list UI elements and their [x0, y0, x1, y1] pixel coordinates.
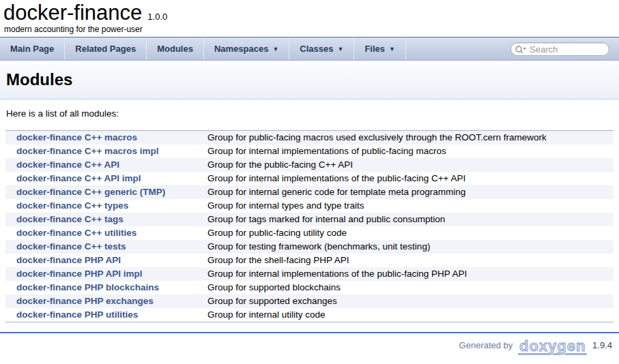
- module-description: Group for internal implementations of th…: [203, 172, 614, 185]
- nav-tab-label: Related Pages: [75, 44, 136, 54]
- module-description: Group for supported blockchains: [203, 281, 614, 294]
- tab-classes[interactable]: Classes▼: [289, 37, 354, 60]
- module-link[interactable]: docker-finance PHP API impl: [16, 269, 143, 279]
- project-brief: modern accounting for the power-user: [3, 25, 619, 37]
- module-link[interactable]: docker-finance C++ API: [16, 160, 119, 170]
- search-container: [510, 42, 609, 56]
- tab-main-page[interactable]: Main Page: [0, 37, 65, 60]
- module-link[interactable]: docker-finance C++ types: [16, 200, 128, 211]
- search-input[interactable]: [530, 44, 603, 55]
- table-row: docker-finance C++ macros Group for publ…: [5, 131, 614, 145]
- table-row: docker-finance C++ types Group for inter…: [5, 199, 614, 213]
- table-row: docker-finance C++ tests Group for testi…: [5, 240, 614, 254]
- chevron-down-icon: ▼: [389, 46, 395, 52]
- modules-table: docker-finance C++ macros Group for publ…: [5, 130, 614, 322]
- project-version: 1.0.0: [147, 12, 167, 22]
- tab-files[interactable]: Files▼: [354, 37, 406, 60]
- table-row: docker-finance PHP API Group for the she…: [5, 254, 614, 267]
- module-link[interactable]: docker-finance C++ generic (TMP): [16, 187, 165, 197]
- table-row: docker-finance C++ generic (TMP) Group f…: [5, 185, 614, 199]
- generator-version: 1.9.4: [592, 340, 612, 350]
- module-link[interactable]: docker-finance PHP exchanges: [16, 296, 154, 306]
- module-description: Group for internal implementations of th…: [203, 267, 614, 281]
- module-link[interactable]: docker-finance C++ tags: [16, 214, 124, 224]
- nav-tab-label: Namespaces: [214, 44, 269, 54]
- module-link[interactable]: docker-finance PHP utilities: [16, 309, 138, 320]
- footer: Generated by doxygen 1.9.4: [0, 333, 619, 364]
- generated-by-text: Generated by: [459, 340, 513, 350]
- module-description: Group for internal implementations of pu…: [203, 145, 614, 158]
- module-description: Group for tags marked for internal and p…: [203, 213, 614, 226]
- nav-tab-label: Files: [364, 44, 385, 54]
- tab-related-pages[interactable]: Related Pages: [65, 37, 147, 60]
- nav-tab-label: Modules: [157, 44, 193, 54]
- module-link[interactable]: docker-finance C++ tests: [16, 241, 126, 252]
- nav-tab-label: Main Page: [10, 44, 54, 54]
- doxygen-logo[interactable]: doxygen: [518, 339, 587, 355]
- module-description: Group for public-facing macros used excl…: [203, 131, 614, 145]
- table-row: docker-finance C++ utilities Group for p…: [5, 226, 614, 240]
- module-description: Group for the shell-facing PHP API: [203, 254, 614, 267]
- module-description: Group for supported exchanges: [203, 294, 614, 308]
- module-link[interactable]: docker-finance C++ macros impl: [16, 146, 159, 156]
- page-header: Modules: [0, 61, 619, 100]
- chevron-down-icon: ▼: [272, 46, 278, 52]
- nav-bar: Main Page Related Pages Modules Namespac…: [0, 37, 619, 61]
- module-description: Group for testing framework (benchmarks,…: [203, 240, 614, 254]
- tab-modules[interactable]: Modules: [147, 37, 204, 60]
- table-row: docker-finance C++ API Group for the pub…: [5, 158, 614, 172]
- module-link[interactable]: docker-finance C++ API impl: [16, 173, 141, 183]
- intro-text: Here is a list of all modules:: [6, 108, 614, 119]
- module-link[interactable]: docker-finance PHP blockchains: [16, 282, 159, 292]
- table-row: docker-finance PHP utilities Group for i…: [5, 308, 614, 322]
- module-description: Group for internal types and type traits: [203, 199, 614, 213]
- table-row: docker-finance C++ API impl Group for in…: [5, 172, 614, 185]
- search-icon[interactable]: [515, 45, 527, 54]
- project-name: docker-finance: [3, 1, 142, 25]
- tab-namespaces[interactable]: Namespaces▼: [204, 37, 289, 60]
- title-area: docker-finance1.0.0 modern accounting fo…: [0, 0, 619, 37]
- module-link[interactable]: docker-finance PHP API: [16, 255, 121, 265]
- page-title: Modules: [0, 61, 619, 89]
- nav-tab-label: Classes: [300, 44, 333, 54]
- module-link[interactable]: docker-finance C++ macros: [16, 132, 137, 142]
- module-link[interactable]: docker-finance C++ utilities: [16, 228, 136, 238]
- table-row: docker-finance PHP exchanges Group for s…: [5, 294, 614, 308]
- module-description: Group for public-facing utility code: [203, 226, 614, 240]
- module-description: Group for internal generic code for temp…: [203, 185, 614, 199]
- table-row: docker-finance PHP blockchains Group for…: [5, 281, 614, 294]
- table-row: docker-finance C++ tags Group for tags m…: [5, 213, 614, 226]
- table-row: docker-finance C++ macros impl Group for…: [5, 145, 614, 158]
- search-box[interactable]: [510, 42, 609, 56]
- chevron-down-icon: ▼: [337, 46, 343, 52]
- table-row: docker-finance PHP API impl Group for in…: [5, 267, 614, 281]
- module-description: Group for internal utility code: [203, 308, 614, 322]
- contents: Here is a list of all modules: docker-fi…: [0, 108, 619, 322]
- module-description: Group for the public-facing C++ API: [203, 158, 614, 172]
